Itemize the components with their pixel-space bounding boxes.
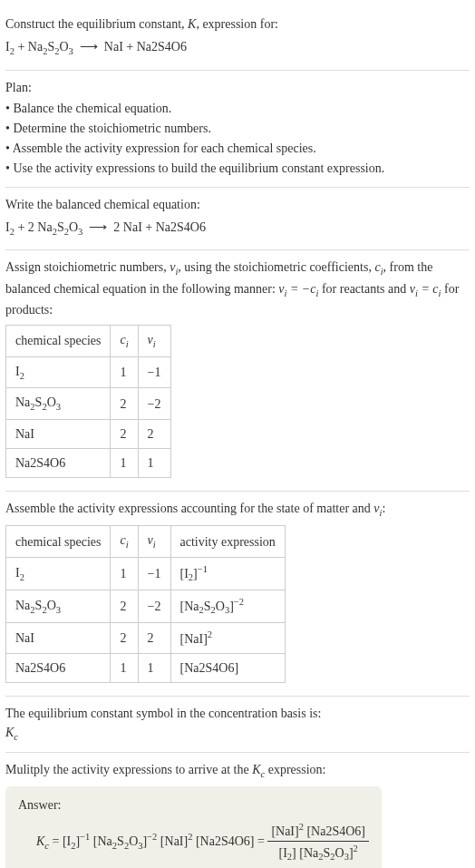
cell-c: 1 [111,356,138,388]
cell-v: −2 [138,388,170,420]
eq-lhs: I2 + Na2S2O3 [5,40,73,54]
cell-sp: NaI [6,623,111,654]
cell-a: [NaI]2 [170,623,285,654]
symbol-section: The equilibrium constant symbol in the c… [5,697,470,753]
th-activity: activity expression [170,526,285,558]
denominator: [I2] [Na2S2O3]2 [267,842,369,864]
answer-box: Answer: Kc = [I2]−1 [Na2S2O3]−2 [NaI]2 [… [5,786,382,868]
cell-c: 2 [111,590,138,623]
c-sym: ci [374,260,383,274]
symbol-line: The equilibrium constant symbol in the c… [5,704,470,723]
intro-line: Construct the equilibrium constant, K, e… [5,15,470,34]
activity-title: Assemble the activity expressions accoun… [5,499,470,521]
kc-ans: Kc [36,834,49,848]
plan-item: • Determine the stoichiometric numbers. [5,119,470,138]
cell-v: 2 [138,623,170,654]
numerator: [NaI]2 [Na2S4O6] [267,820,369,842]
ans-eq: = [I2]−1 [Na2S2O3]−2 [NaI]2 [Na2S4O6] = [53,834,268,848]
stoich-section: Assign stoichiometric numbers, νi, using… [5,250,470,492]
plan-item: • Use the activity expressions to build … [5,159,470,178]
cell-v: 1 [138,653,170,682]
fraction: [NaI]2 [Na2S4O6] [I2] [Na2S2O3]2 [267,820,369,864]
cell-sp: I2 [6,356,111,388]
mult-t2: expression: [265,763,325,776]
answer-label: Answer: [18,795,369,814]
unbalanced-equation: I2 + Na2S2O3 ⟶ NaI + Na2S4O6 [5,37,470,59]
stoich-t4: for reactants and [318,282,409,296]
bal-lhs: I2 + 2 Na2S2O3 [5,220,82,234]
kc-symbol: Kc [5,723,470,745]
cell-sp: I2 [6,557,111,590]
cell-sp: Na2S2O3 [6,388,111,420]
activity-table: chemical species ci νi activity expressi… [5,525,286,683]
stoich-t2: , using the stoichiometric coefficients, [178,260,374,274]
balanced-equation: I2 + 2 Na2S2O3 ⟶ 2 NaI + Na2S4O6 [5,218,470,239]
stoich-intro: Assign stoichiometric numbers, νi, using… [5,258,470,319]
mult-t1: Mulitply the activity expressions to arr… [5,763,252,776]
eq-rhs: NaI + Na2S4O6 [104,40,187,54]
table-row: Na2S2O3 2 −2 [Na2S2O3]−2 [6,590,286,623]
stoich-table: chemical species ci νi I2 1 −1 Na2S2O3 2… [5,325,171,478]
table-row: Na2S4O6 1 1 [Na2S4O6] [6,653,286,682]
cell-c: 1 [111,653,138,682]
plan-section: Plan: • Balance the chemical equation. •… [5,71,470,188]
table-row: NaI 2 2 [NaI]2 [6,623,286,654]
cell-v: 1 [138,448,170,477]
plan-item: • Balance the chemical equation. [5,99,470,118]
table-header-row: chemical species ci νi activity expressi… [6,526,286,558]
table-row: I2 1 −1 [6,356,171,388]
cell-c: 2 [111,623,138,654]
balanced-title: Write the balanced chemical equation: [5,195,470,214]
arrow-2: ⟶ [89,220,107,234]
intro-section: Construct the equilibrium constant, K, e… [5,7,470,71]
th-ci: ci [111,526,138,558]
cell-v: 2 [138,419,170,448]
plan-item: • Assemble the activity expression for e… [5,139,470,158]
table-row: Na2S2O3 2 −2 [6,388,171,420]
plan-title: Plan: [5,78,470,97]
table-row: NaI 2 2 [6,419,171,448]
stoich-t1: Assign stoichiometric numbers, [5,260,170,274]
cell-v: −1 [138,557,170,590]
cell-v: −1 [138,356,170,388]
th-vi: νi [138,526,170,558]
kc-inline: Kc [252,763,265,776]
cell-sp: NaI [6,419,111,448]
balanced-section: Write the balanced chemical equation: I2… [5,188,470,251]
rel2: νi = ci [410,282,441,296]
nu-sym: νi [170,260,178,274]
cell-c: 2 [111,388,138,420]
activity-section: Assemble the activity expressions accoun… [5,492,470,697]
table-header-row: chemical species ci νi [6,326,171,357]
cell-v: −2 [138,590,170,623]
answer-expression: Kc = [I2]−1 [Na2S2O3]−2 [NaI]2 [Na2S4O6]… [18,820,369,864]
table-row: I2 1 −1 [I2]−1 [6,557,286,590]
cell-a: [Na2S4O6] [170,653,285,682]
rel1: νi = −ci [278,282,318,296]
k-symbol: K [188,17,196,31]
th-species: chemical species [6,326,111,357]
intro-text-1: Construct the equilibrium constant, [5,17,188,31]
multiply-section: Mulitply the activity expressions to arr… [5,753,470,868]
cell-sp: Na2S4O6 [6,448,111,477]
bal-rhs: 2 NaI + Na2S4O6 [113,220,206,234]
table-row: Na2S4O6 1 1 [6,448,171,477]
cell-a: [Na2S2O3]−2 [170,590,285,623]
th-ci: ci [111,326,138,357]
multiply-line: Mulitply the activity expressions to arr… [5,760,470,782]
th-vi: νi [138,326,170,357]
cell-c: 1 [111,557,138,590]
cell-c: 2 [111,419,138,448]
th-species: chemical species [6,526,111,558]
intro-text-1b: , expression for: [196,17,278,31]
cell-a: [I2]−1 [170,557,285,590]
cell-c: 1 [111,448,138,477]
arrow-1: ⟶ [80,40,98,54]
plan-list: • Balance the chemical equation. • Deter… [5,99,470,178]
cell-sp: Na2S2O3 [6,590,111,623]
cell-sp: Na2S4O6 [6,653,111,682]
